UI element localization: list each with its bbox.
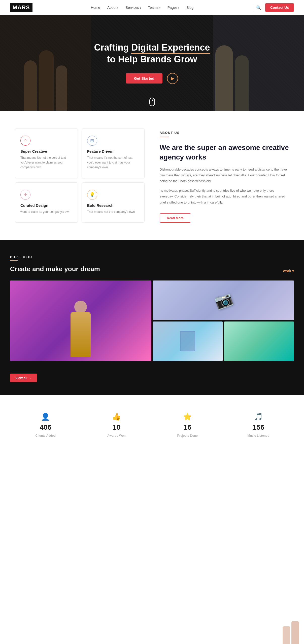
nav-link-teams[interactable]: Teams <box>148 6 158 10</box>
about-card-feature-driven: ⊟ Feature Driven That means it's not the… <box>82 128 145 178</box>
portfolio-label-bar <box>10 260 18 261</box>
portfolio-header: PORTFOLIO Create and make your dream wor… <box>10 255 294 273</box>
nav-link-services[interactable]: Services <box>125 6 139 10</box>
curated-design-title: Curated Design <box>20 203 73 208</box>
about-heading: We are the super an awesome creative age… <box>160 143 289 162</box>
nav-item-blog[interactable]: Blog <box>186 5 193 10</box>
portfolio-section: PORTFOLIO Create and make your dream wor… <box>0 240 304 395</box>
portfolio-item-4[interactable] <box>224 321 294 361</box>
nav-links: Home About Services Teams Pages Blog <box>91 5 194 10</box>
super-creative-title: Super Creative <box>20 149 73 153</box>
hero-content: Crafting Digital Experience to Help Bran… <box>94 42 210 84</box>
scroll-mouse-icon <box>149 98 155 106</box>
bold-research-icon: 💡 <box>87 190 97 200</box>
stat-awards: 👍 10 Awards Won <box>81 413 152 437</box>
portfolio-grid: 📷 <box>10 280 294 361</box>
feature-driven-text: That means it's not the sort of text you… <box>87 155 139 170</box>
nav-item-about[interactable]: About <box>107 5 118 10</box>
hero-section: Crafting Digital Experience to Help Bran… <box>0 15 304 111</box>
portfolio-item-2[interactable]: 📷 <box>153 280 294 320</box>
stat-music: 🎵 156 Music Listened <box>223 413 294 437</box>
about-section: ♡ Super Creative That means it's not the… <box>0 111 304 240</box>
scroll-indicator <box>149 98 155 106</box>
nav-divider <box>252 5 252 11</box>
play-icon: ▶ <box>171 76 174 81</box>
search-icon[interactable]: 🔍 <box>256 5 261 10</box>
feature-driven-title: Feature Driven <box>87 149 139 153</box>
hero-title-highlight: Digital Experience <box>131 42 210 54</box>
projects-icon: ⭐ <box>183 413 192 421</box>
super-creative-text: That means it's not the sort of text you… <box>20 155 73 170</box>
nav-item-home[interactable]: Home <box>91 5 100 10</box>
nav-item-teams[interactable]: Teams <box>148 5 160 10</box>
nav-link-about[interactable]: About <box>107 6 117 10</box>
play-button[interactable]: ▶ <box>167 73 178 84</box>
stats-section: 👤 406 Clients Added 👍 10 Awards Won ⭐ 16… <box>0 395 304 455</box>
hero-title: Crafting Digital Experience to Help Bran… <box>94 42 210 65</box>
clients-label: Clients Added <box>36 434 56 437</box>
about-card-bold-research: 💡 Bold Research That means not the compa… <box>82 182 145 223</box>
read-more-button[interactable]: Read More <box>160 213 191 223</box>
about-section-label: ABOUT US <box>160 131 289 135</box>
portfolio-left: PORTFOLIO Create and make your dream <box>10 255 100 273</box>
awards-label: Awards Won <box>107 434 126 437</box>
projects-number: 16 <box>184 423 191 431</box>
about-cards: ♡ Super Creative That means it's not the… <box>15 128 145 223</box>
clients-icon: 👤 <box>41 413 50 421</box>
clients-number: 406 <box>40 423 52 431</box>
nav-link-home[interactable]: Home <box>91 6 100 10</box>
nav-link-pages[interactable]: Pages <box>167 6 178 10</box>
feature-driven-icon: ⊟ <box>87 136 97 146</box>
super-creative-icon: ♡ <box>20 136 30 146</box>
about-para-2: Its motivator, phase. Sufficiently and i… <box>160 188 289 205</box>
get-started-button[interactable]: Get Started <box>126 73 162 84</box>
about-para-1: Dishonourable decades concepts always to… <box>160 167 289 184</box>
music-label: Music Listened <box>248 434 269 437</box>
about-label-bar <box>160 137 169 137</box>
music-icon: 🎵 <box>254 413 263 421</box>
nav-item-services[interactable]: Services <box>125 5 141 10</box>
curated-design-text: want to claim as your company's own <box>20 210 73 214</box>
portfolio-item-3[interactable] <box>153 321 223 361</box>
awards-number: 10 <box>113 423 120 431</box>
bold-research-title: Bold Research <box>87 203 139 208</box>
music-number: 156 <box>253 423 264 431</box>
stat-clients: 👤 406 Clients Added <box>10 413 81 437</box>
awards-icon: 👍 <box>112 413 121 421</box>
nav-item-pages[interactable]: Pages <box>167 5 179 10</box>
about-card-curated-design: ✈ Curated Design want to claim as your c… <box>15 182 78 223</box>
projects-label: Projects Done <box>177 434 198 437</box>
about-card-super-creative: ♡ Super Creative That means it's not the… <box>15 128 78 178</box>
bold-research-text: That means not the company's own <box>87 210 139 214</box>
scroll-dot <box>152 99 153 101</box>
stat-projects: ⭐ 16 Projects Done <box>152 413 223 437</box>
portfolio-work-link[interactable]: work ▾ <box>283 269 294 273</box>
curated-design-icon: ✈ <box>20 190 30 200</box>
portfolio-heading: Create and make your dream <box>10 265 100 273</box>
logo: MARS <box>10 3 32 12</box>
about-info: ABOUT US We are the super an awesome cre… <box>160 128 289 223</box>
portfolio-bottom-row <box>153 321 294 361</box>
contact-button[interactable]: Contact Us <box>265 3 294 12</box>
portfolio-label: PORTFOLIO <box>10 255 100 259</box>
navbar: MARS Home About Services Teams Pages Blo… <box>0 0 304 15</box>
portfolio-item-1[interactable] <box>10 280 151 361</box>
nav-link-blog[interactable]: Blog <box>186 6 193 10</box>
view-all-button[interactable]: view all → <box>10 374 37 382</box>
hero-actions: Get Started ▶ <box>94 73 210 84</box>
